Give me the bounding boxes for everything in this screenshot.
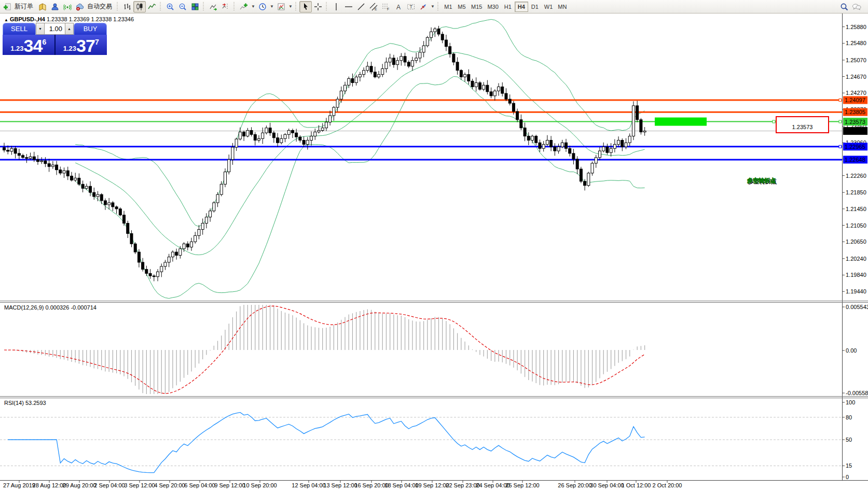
crosshair-button[interactable]: [312, 1, 324, 12]
candlestick-chart-type-button[interactable]: [133, 1, 146, 12]
cursor-icon: [301, 3, 310, 11]
channel-icon: E: [369, 3, 378, 11]
auto-scroll-button[interactable]: [207, 1, 219, 12]
timeframe-m5-button[interactable]: M5: [455, 2, 469, 12]
svg-text:15: 15: [846, 462, 852, 469]
svg-text:26 Sep 20:00: 26 Sep 20:00: [558, 482, 591, 488]
svg-text:1.21450: 1.21450: [846, 206, 866, 212]
news-icon: [38, 3, 47, 11]
search-button[interactable]: [838, 1, 850, 12]
volume-decrease-button[interactable]: ▼: [36, 23, 45, 35]
volume-increase-button[interactable]: ▲: [65, 23, 74, 35]
svg-text:1.19440: 1.19440: [846, 288, 866, 294]
toolbar-grip: [117, 2, 119, 11]
timeframe-m15-button[interactable]: M15: [469, 2, 485, 12]
svg-text:18 Sep 04:00: 18 Sep 04:00: [384, 482, 418, 488]
crosshair-icon: [314, 3, 322, 11]
tile-windows-button[interactable]: [189, 1, 201, 12]
svg-text:9 Sep 12:00: 9 Sep 12:00: [214, 482, 245, 488]
timeframe-h1-button[interactable]: H1: [501, 2, 515, 12]
svg-text:F: F: [387, 7, 389, 11]
indicators-dropdown-arrow[interactable]: ▼: [250, 1, 256, 12]
sell-price-display[interactable]: 1.23346: [3, 35, 54, 55]
svg-text:E: E: [375, 7, 377, 11]
svg-text:1.21050: 1.21050: [846, 222, 866, 229]
periods-icon: [258, 3, 267, 11]
indicators-icon: [240, 3, 248, 11]
text-label-button[interactable]: T: [405, 1, 417, 12]
fibonacci-button[interactable]: F: [380, 1, 392, 12]
periods-dropdown-arrow[interactable]: ▼: [269, 1, 275, 12]
buy-button[interactable]: BUY: [74, 23, 107, 35]
zoom-in-icon: [166, 3, 174, 11]
line-chart-type-button[interactable]: [146, 1, 158, 12]
volume-input[interactable]: [45, 23, 65, 35]
text-button[interactable]: A: [392, 1, 405, 12]
timeframe-m1-button[interactable]: M1: [442, 2, 455, 12]
signal-button[interactable]: [61, 1, 74, 12]
price-annotation-box[interactable]: 1.23573: [776, 117, 829, 133]
fibonacci-icon: F: [382, 3, 390, 11]
timeframe-d1-button[interactable]: D1: [528, 2, 542, 12]
collapse-arrow-icon[interactable]: ▲: [4, 18, 8, 22]
bar-chart-type-button[interactable]: [121, 1, 133, 12]
text-icon: A: [394, 3, 403, 11]
zoom-out-button[interactable]: [176, 1, 189, 12]
new-order-icon: [3, 3, 11, 11]
timeframe-group: M1M5M15M30H1H4D1W1MN: [442, 2, 569, 12]
candlestick-chart-icon: [135, 3, 144, 11]
templates-button[interactable]: [275, 1, 287, 12]
macd-label: MACD(12,26,9) 0.000326 -0.000714: [4, 304, 97, 311]
new-order-button[interactable]: [1, 1, 13, 12]
indicators-button[interactable]: [238, 1, 250, 12]
svg-text:80: 80: [846, 414, 852, 420]
svg-text:16 Sep 20:00: 16 Sep 20:00: [354, 482, 388, 488]
market-watch-button[interactable]: [49, 1, 61, 12]
periods-button[interactable]: [256, 1, 269, 12]
timeframe-h4-button[interactable]: H4: [515, 2, 528, 12]
svg-text:1.25880: 1.25880: [846, 24, 866, 30]
svg-text:19 Sep 12:00: 19 Sep 12:00: [415, 482, 449, 488]
chart-canvas[interactable]: 1.23573多空转折点多空转折点1.258801.254801.250701.…: [0, 0, 868, 491]
templates-dropdown-arrow[interactable]: ▼: [287, 1, 294, 12]
timeframe-m30-button[interactable]: M30: [485, 2, 501, 12]
vertical-line-button[interactable]: [330, 1, 342, 12]
timeframe-mn-button[interactable]: MN: [555, 2, 569, 12]
chart-shift-button[interactable]: [219, 1, 232, 12]
text-label-icon: T: [407, 3, 415, 11]
sell-price-big: 34: [24, 37, 43, 54]
channel-button[interactable]: E: [367, 1, 380, 12]
turning-point-annotation[interactable]: 多空转折点多空转折点: [747, 177, 777, 185]
bar-chart-icon: [123, 3, 131, 11]
svg-text:T: T: [410, 4, 413, 9]
news-button[interactable]: [36, 1, 49, 12]
svg-text:1.24097: 1.24097: [845, 97, 865, 103]
zoom-in-button[interactable]: [164, 1, 176, 12]
sell-button[interactable]: SELL: [3, 23, 36, 35]
new-order-label[interactable]: 新订单: [15, 2, 33, 11]
svg-text:1.22648: 1.22648: [845, 157, 865, 163]
templates-icon: [277, 3, 285, 11]
svg-text:1.23573: 1.23573: [845, 119, 865, 125]
line-chart-icon: [148, 3, 156, 11]
community-chat-button[interactable]: [850, 1, 863, 12]
toolbar-grip: [160, 2, 162, 11]
auto-trading-button[interactable]: [74, 1, 86, 12]
level-highlight-rect[interactable]: [655, 118, 707, 126]
svg-text:6 Sep 04:00: 6 Sep 04:00: [184, 482, 215, 488]
cursor-button[interactable]: [299, 1, 312, 12]
zoom-out-icon: [178, 3, 187, 11]
auto-trading-label[interactable]: 自动交易: [87, 2, 112, 11]
timeframe-w1-button[interactable]: W1: [542, 2, 556, 12]
svg-text:0.005543: 0.005543: [846, 304, 868, 310]
arrows-button[interactable]: [417, 1, 430, 12]
svg-text:1 Oct 12:00: 1 Oct 12:00: [622, 482, 651, 488]
svg-text:27 Aug 2019: 27 Aug 2019: [3, 482, 35, 488]
svg-text:1.23573: 1.23573: [792, 124, 813, 130]
svg-text:3 Sep 12:00: 3 Sep 12:00: [124, 482, 155, 488]
horizontal-line-button[interactable]: [342, 1, 355, 12]
buy-price-display[interactable]: 1.23377: [56, 35, 107, 55]
trendline-button[interactable]: [355, 1, 367, 12]
arrows-dropdown-arrow[interactable]: ▼: [430, 1, 436, 12]
svg-text:100: 100: [846, 399, 855, 405]
